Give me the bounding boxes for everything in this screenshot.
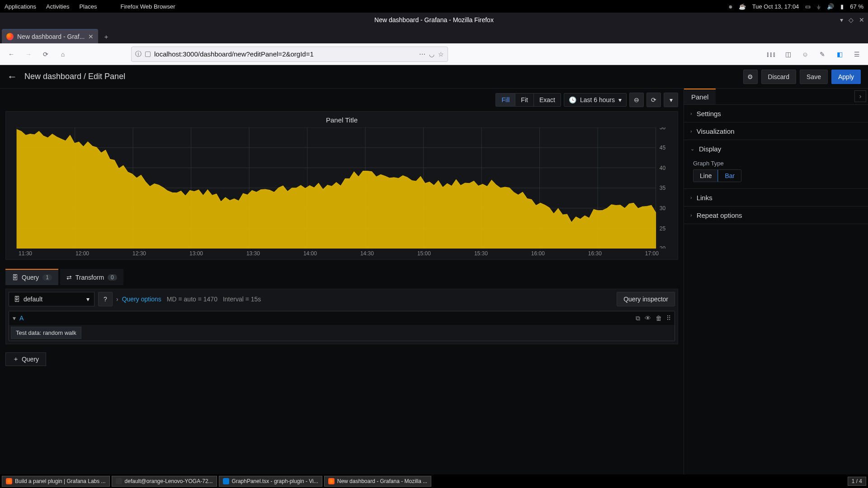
side-tab-panel[interactable]: Panel [684,89,716,104]
duplicate-icon[interactable]: ⧉ [636,314,640,322]
query-chip[interactable]: Test data: random walk [11,327,81,339]
coffee-icon[interactable]: ☕ [739,3,746,10]
graph-type-group: Line Bar [693,169,741,182]
drag-handle-icon[interactable]: ⠿ [666,314,671,322]
reader-mode-icon[interactable]: ◡ [429,51,434,58]
refresh-dropdown-button[interactable]: ▾ [664,93,678,107]
grafana-header: ← New dashboard / Edit Panel ⚙ Discard S… [0,65,868,89]
time-range-picker[interactable]: 🕓 Last 6 hours ▾ [564,93,627,107]
view-fill-button[interactable]: Fill [496,94,515,106]
transform-icon: ⇄ [66,274,72,281]
workspace-indicator[interactable]: 1 / 4 [848,477,866,486]
tab-transform[interactable]: ⇄ Transform 0 [60,269,123,285]
new-tab-button[interactable]: ＋ [100,31,113,43]
window-close-icon[interactable]: ✕ [859,16,864,23]
query-row-letter[interactable]: A [19,314,24,322]
section-display[interactable]: ⌄Display [684,140,868,157]
datasource-select[interactable]: 🗄 default ▾ [9,292,94,306]
time-range-label: Last 6 hours [580,96,615,103]
nav-reload-button[interactable]: ⟳ [39,47,52,61]
main-area: Fill Fit Exact 🕓 Last 6 hours ▾ ⊖ ⟳ ▾ Pa… [0,89,684,474]
section-settings[interactable]: ›Settings [684,105,868,122]
library-icon[interactable]: ⫿⫿⫿ [764,47,778,61]
view-exact-button[interactable]: Exact [533,94,561,106]
query-body: 🗄 default ▾ ? › Query options MD = auto … [5,289,678,344]
bookmark-star-icon[interactable]: ☆ [438,51,444,58]
sidebar-icon[interactable]: ◫ [781,47,795,61]
firefox-menu-icon[interactable]: ☰ [850,47,863,61]
firefox-favicon-icon [6,33,14,40]
profile-icon[interactable]: ☺ [798,47,812,61]
apply-button[interactable]: Apply [831,70,861,84]
taskbar-item[interactable]: Build a panel plugin | Grafana Labs ... [2,476,110,487]
wifi-icon[interactable]: ⏚ [817,3,821,10]
nav-forward-button[interactable]: → [22,47,35,61]
nav-home-button[interactable]: ⌂ [56,47,70,61]
tab-query[interactable]: 🗄 Query 1 [5,269,58,285]
datasource-help-button[interactable]: ? [98,292,113,306]
url-bar[interactable]: ⓘ ⋯ ◡ ☆ [131,47,448,62]
gnome-places[interactable]: Places [79,3,97,10]
ext2-icon[interactable]: ◧ [833,47,846,61]
accessibility-icon[interactable]: ⎈ [729,3,732,10]
gnome-datetime[interactable]: Tue Oct 13, 17:04 [752,3,799,10]
graph-type-label: Graph Type [693,160,859,167]
back-arrow-icon[interactable]: ← [7,71,17,83]
terminal-icon [116,478,122,484]
tab-close-icon[interactable]: ✕ [88,33,94,40]
gnome-activities[interactable]: Activities [46,3,69,10]
notification-icon[interactable]: ▭ [805,3,811,10]
section-visualization[interactable]: ›Visualization [684,122,868,140]
add-query-button[interactable]: ＋ Query [5,352,46,366]
svg-text:20: 20 [660,245,665,249]
gnome-applications[interactable]: Applications [5,3,36,10]
section-links[interactable]: ›Links [684,189,868,206]
site-info-icon[interactable]: ⓘ [135,50,142,58]
gnome-current-app: Firefox Web Browser [120,3,175,10]
tab-transform-count: 0 [108,274,117,281]
refresh-button[interactable]: ⟳ [646,93,661,107]
taskbar-item-label: default@orange-Lenovo-YOGA-72... [125,478,213,484]
add-query-label: Query [22,356,39,363]
graph-type-bar[interactable]: Bar [718,170,741,182]
delete-icon[interactable]: 🗑 [656,314,662,322]
taskbar-item-label: New dashboard - Grafana - Mozilla ... [337,478,427,484]
section-repeat[interactable]: ›Repeat options [684,206,868,224]
gear-icon: ⚙ [747,73,753,80]
query-inspector-button[interactable]: Query inspector [617,292,675,306]
chart-area[interactable]: 20253035404550 [9,127,675,249]
page-actions-icon[interactable]: ⋯ [419,51,425,58]
database-icon: 🗄 [12,274,18,281]
ext1-icon[interactable]: ✎ [816,47,829,61]
nav-back-button[interactable]: ← [5,47,18,61]
url-input[interactable] [154,50,415,58]
chevron-right-icon: › [690,128,692,134]
svg-text:45: 45 [660,145,665,151]
panel-controls-row: Fill Fit Exact 🕓 Last 6 hours ▾ ⊖ ⟳ ▾ [5,92,678,108]
taskbar-item[interactable]: GraphPanel.tsx - graph-plugin - Vi... [219,476,322,487]
discard-button[interactable]: Discard [761,70,796,84]
collapse-side-button[interactable]: › [854,90,866,102]
taskbar-item-label: GraphPanel.tsx - graph-plugin - Vi... [232,478,318,484]
battery-percent: 67 % [850,3,863,10]
window-minimize-icon[interactable]: ▾ [840,16,843,23]
save-button[interactable]: Save [800,70,828,84]
firefox-tab[interactable]: New dashboard - Graf... ✕ [2,29,98,43]
window-maximize-icon[interactable]: ◇ [849,16,854,23]
tab-query-count: 1 [42,274,52,281]
query-options-link[interactable]: Query options [122,296,161,303]
chevron-right-icon[interactable]: › [116,296,118,303]
view-fit-button[interactable]: Fit [515,94,533,106]
volume-icon[interactable]: 🔊 [827,3,834,10]
svg-text:40: 40 [660,164,665,171]
taskbar-item[interactable]: default@orange-Lenovo-YOGA-72... [112,476,217,487]
battery-icon[interactable]: ▮ [840,3,844,10]
zoom-out-button[interactable]: ⊖ [629,93,644,107]
chevron-down-icon: ▾ [670,96,673,103]
chevron-down-icon[interactable]: ▾ [13,314,16,322]
toggle-visibility-icon[interactable]: 👁 [645,314,651,322]
graph-type-line[interactable]: Line [693,170,718,182]
svg-text:25: 25 [660,225,665,231]
dashboard-settings-button[interactable]: ⚙ [743,70,758,84]
taskbar-item[interactable]: New dashboard - Grafana - Mozilla ... [324,476,431,487]
